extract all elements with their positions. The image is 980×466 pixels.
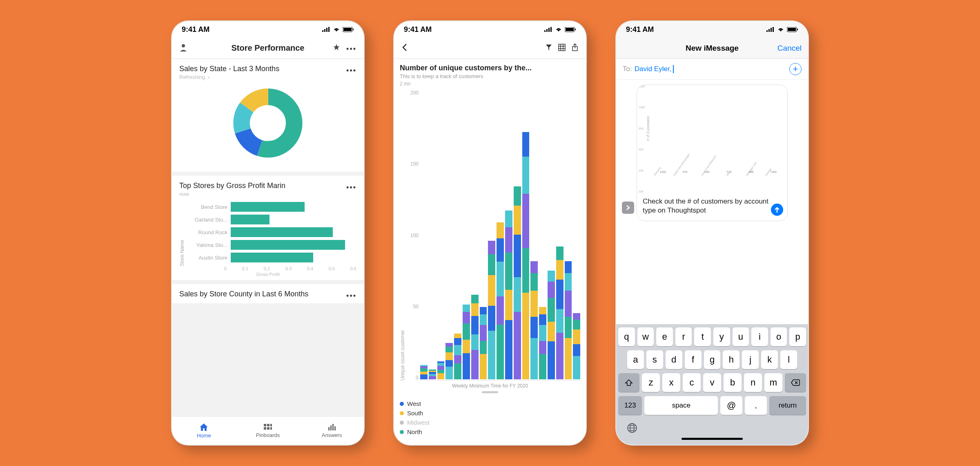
share-icon[interactable] (571, 43, 579, 53)
stacked-bar (454, 334, 461, 379)
key-z[interactable]: z (642, 373, 660, 392)
key-l[interactable]: l (780, 350, 797, 369)
key-y[interactable]: y (713, 327, 730, 346)
key-w[interactable]: w (637, 327, 654, 346)
content-area: Number of unique customers by the... Thi… (394, 59, 586, 445)
key-i[interactable]: i (751, 327, 768, 346)
svg-rect-24 (548, 28, 550, 32)
page-title: Store Performance (204, 43, 332, 53)
key-o[interactable]: o (771, 327, 787, 346)
key-x[interactable]: x (662, 373, 680, 392)
back-icon[interactable] (401, 43, 407, 53)
bar-row: Yakima Sto... (186, 239, 352, 251)
star-icon[interactable] (332, 43, 341, 53)
legend-item[interactable]: West (400, 399, 580, 408)
home-indicator[interactable] (682, 438, 743, 440)
y-axis-ticks: 200150100500 (406, 90, 420, 381)
more-icon[interactable]: ••• (346, 43, 356, 53)
nav-pinboards[interactable]: Pinboards (236, 417, 300, 445)
svg-rect-28 (575, 29, 576, 30)
key-e[interactable]: e (656, 327, 673, 346)
legend-item[interactable]: South (400, 408, 580, 418)
stacked-bar (488, 241, 495, 379)
status-time: 9:41 AM (182, 25, 209, 34)
key-r[interactable]: r (675, 327, 692, 346)
bar-row: Bend Store (186, 201, 352, 213)
legend-item[interactable]: North (400, 427, 580, 437)
at-key[interactable]: @ (720, 396, 742, 415)
space-key[interactable]: space (644, 396, 718, 415)
key-p[interactable]: p (789, 327, 806, 346)
nav-answers[interactable]: Answers (300, 417, 364, 445)
bottom-nav: Home Pinboards Answers (172, 416, 364, 445)
key-s[interactable]: s (646, 350, 663, 369)
status-icons (322, 27, 354, 32)
chart-bars (420, 90, 580, 381)
nav-home[interactable]: Home (172, 417, 236, 445)
key-a[interactable]: a (627, 350, 644, 369)
card-sales-by-county[interactable]: Sales by Store County in Last 6 Months •… (172, 284, 364, 303)
stacked-bar (463, 305, 470, 379)
recipient-chip[interactable]: David Eyler, (635, 65, 672, 73)
globe-key[interactable] (622, 421, 637, 435)
attachment-chart: 120K100K80K60K40K20K # of Customers 136K… (637, 85, 787, 193)
card-top-stores[interactable]: Top Stores by Gross Profit Marin now •••… (172, 176, 364, 280)
key-g[interactable]: g (704, 350, 721, 369)
profile-icon[interactable] (179, 43, 187, 53)
card-subtitle: Refreshing › (179, 74, 279, 80)
add-recipient-button[interactable]: + (789, 63, 802, 75)
chart-attachment[interactable]: 120K100K80K60K40K20K # of Customers 136K… (637, 85, 788, 221)
donut-chart (179, 88, 356, 158)
content-area: To: David Eyler, + 120K100K80K60K40K20K … (616, 59, 808, 445)
key-j[interactable]: j (742, 350, 759, 369)
card-more-icon[interactable]: ••• (346, 181, 356, 192)
key-d[interactable]: d (666, 350, 682, 369)
key-t[interactable]: t (694, 327, 711, 346)
stacked-bar (505, 211, 512, 379)
legend-item[interactable]: Midwest (400, 418, 580, 427)
stacked-bar (437, 361, 445, 379)
stacked-bar-chart: Unique count customer 200150100500 (400, 90, 580, 381)
return-key[interactable]: return (769, 396, 806, 415)
card-title: Sales by State - Last 3 Months (179, 65, 279, 73)
chart-legend: WestSouthMidwestNorth (400, 396, 580, 440)
card-more-icon[interactable]: ••• (346, 290, 356, 300)
svg-rect-19 (330, 426, 332, 430)
to-field[interactable]: To: David Eyler, + (616, 59, 808, 80)
x-axis-label: Weekly Minimum Time for FY 2020 (400, 383, 580, 389)
filter-icon[interactable] (545, 44, 552, 53)
pinboards-icon (263, 423, 273, 431)
svg-rect-35 (766, 30, 768, 32)
key-u[interactable]: u (733, 327, 749, 346)
key-f[interactable]: f (685, 350, 702, 369)
drag-handle[interactable] (482, 391, 498, 393)
header-bar: New iMessage Cancel (616, 38, 808, 59)
card-sales-by-state[interactable]: Sales by State - Last 3 Months Refreshin… (172, 59, 364, 172)
stacked-bar (420, 365, 428, 379)
key-q[interactable]: q (618, 327, 635, 346)
key-v[interactable]: v (703, 373, 721, 392)
shift-key[interactable] (618, 373, 639, 392)
dot-key[interactable]: . (745, 396, 767, 415)
key-m[interactable]: m (764, 373, 782, 392)
card-more-icon[interactable]: ••• (346, 65, 356, 75)
key-b[interactable]: b (724, 373, 742, 392)
key-n[interactable]: n (744, 373, 762, 392)
status-time: 9:41 AM (626, 25, 654, 34)
svg-rect-3 (328, 27, 330, 32)
backspace-key[interactable] (785, 373, 806, 392)
bar-row: Round Rock (186, 226, 352, 238)
key-h[interactable]: h (723, 350, 739, 369)
svg-rect-29 (559, 44, 565, 51)
status-bar: 9:41 AM (394, 21, 586, 38)
expand-button[interactable] (622, 202, 634, 214)
x-axis-label: Gross Profit (179, 272, 356, 277)
cancel-button[interactable]: Cancel (777, 44, 802, 53)
key-k[interactable]: k (761, 350, 778, 369)
send-button[interactable] (771, 204, 783, 216)
grid-icon[interactable] (558, 44, 566, 53)
phone-store-performance: 9:41 AM Store Performance ••• Sales by S… (171, 20, 365, 446)
svg-rect-17 (270, 427, 272, 430)
numbers-key[interactable]: 123 (618, 396, 642, 415)
key-c[interactable]: c (683, 373, 701, 392)
